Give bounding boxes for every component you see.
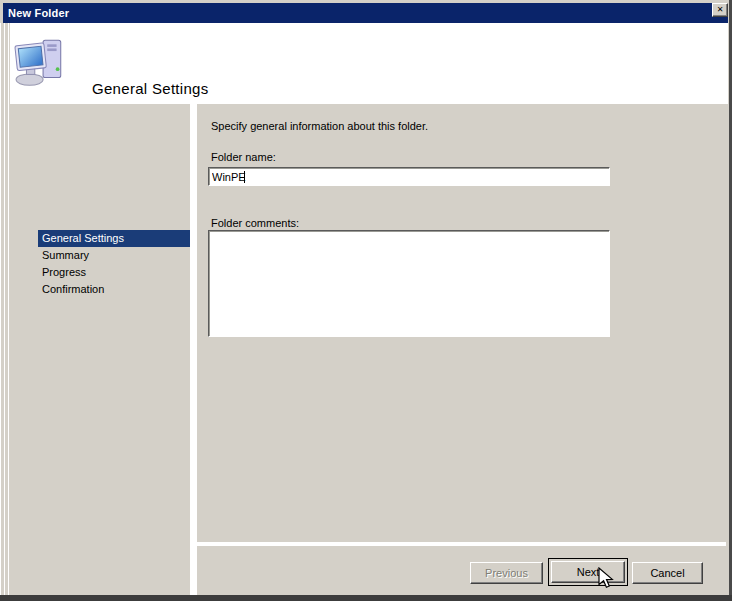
sidebar-item-progress[interactable]: Progress xyxy=(38,264,200,281)
window-left-bevel xyxy=(0,23,10,595)
folder-comments-textarea[interactable] xyxy=(208,230,610,337)
close-icon: ✕ xyxy=(717,6,724,14)
new-folder-dialog: New Folder ✕ General Settings xyxy=(0,0,732,601)
sidebar-content-divider xyxy=(190,104,197,595)
window-titlebar: New Folder xyxy=(3,3,728,23)
next-button-default-ring: Next xyxy=(548,558,628,586)
sidebar-item-general-settings[interactable]: General Settings xyxy=(38,230,200,247)
window-title: New Folder xyxy=(3,7,69,19)
instruction-text: Specify general information about this f… xyxy=(211,120,428,132)
folder-comments-label: Folder comments: xyxy=(211,217,299,229)
page-title: General Settings xyxy=(92,80,209,97)
next-button[interactable]: Next xyxy=(551,561,625,583)
sidebar-item-confirmation[interactable]: Confirmation xyxy=(38,281,200,298)
wizard-header: General Settings xyxy=(3,23,728,104)
folder-name-label: Folder name: xyxy=(211,151,276,163)
previous-button[interactable]: Previous xyxy=(470,562,543,584)
folder-name-input[interactable] xyxy=(208,167,610,186)
cancel-button[interactable]: Cancel xyxy=(632,562,703,584)
computer-icon xyxy=(14,35,68,91)
text-caret xyxy=(244,171,245,183)
sidebar-item-summary[interactable]: Summary xyxy=(38,247,200,264)
wizard-steps-list: General Settings Summary Progress Confir… xyxy=(38,230,200,298)
wizard-steps-sidebar: General Settings Summary Progress Confir… xyxy=(10,104,190,595)
window-bottom-edge xyxy=(0,595,732,601)
close-button[interactable]: ✕ xyxy=(712,3,728,17)
